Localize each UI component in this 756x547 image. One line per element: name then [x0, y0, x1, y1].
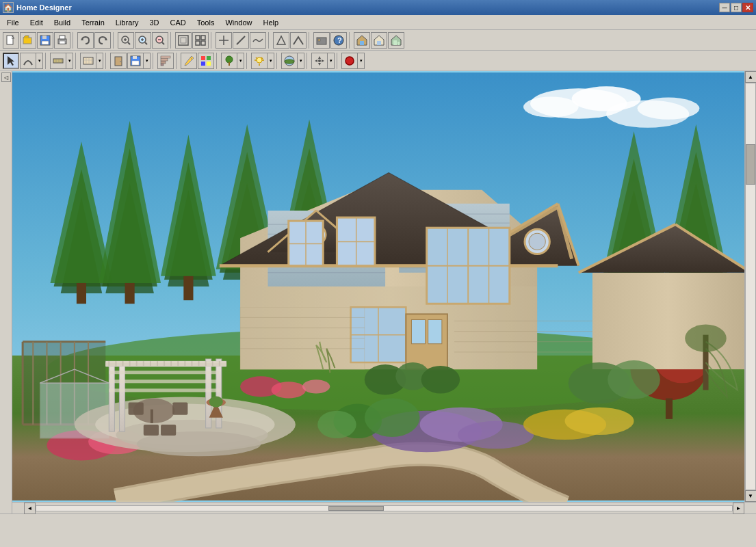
pencil-button[interactable] [181, 53, 197, 69]
left-panel-handle[interactable]: ◁ [1, 72, 11, 82]
scene-svg [12, 71, 744, 502]
minimize-button[interactable]: ─ [719, 3, 730, 12]
svg-point-82 [318, 59, 321, 62]
record-dropdown[interactable]: ▾ [358, 53, 365, 69]
menu-build[interactable]: Build [49, 17, 76, 28]
print-button[interactable] [54, 32, 70, 49]
terrain-dropdown[interactable]: ▾ [298, 53, 304, 69]
sep-4 [211, 32, 213, 49]
draw-arc-button[interactable] [20, 53, 36, 69]
scroll-v-track[interactable] [745, 83, 756, 490]
menu-window[interactable]: Window [220, 17, 257, 28]
light-button[interactable] [251, 53, 268, 69]
svg-point-124 [565, 408, 634, 435]
light-dropdown[interactable]: ▾ [268, 53, 274, 69]
title-bar-left: 🏠 Home Designer [3, 2, 72, 13]
svg-point-129 [317, 411, 356, 438]
menu-terrain[interactable]: Terrain [76, 17, 110, 28]
save2-button[interactable] [127, 53, 144, 69]
cross-button[interactable] [216, 32, 232, 49]
close-button[interactable]: ✕ [742, 3, 753, 12]
record-button[interactable] [341, 53, 358, 69]
svg-rect-65 [207, 56, 211, 60]
sep-3 [170, 32, 173, 49]
help-button[interactable]: ? [330, 32, 347, 49]
wave-button[interactable] [250, 32, 266, 49]
house-view3-button[interactable] [388, 32, 404, 49]
save-dropdown[interactable]: ▾ [144, 53, 151, 69]
toolbar1: ? [0, 30, 756, 51]
svg-point-259 [302, 379, 330, 393]
zoom-in-button[interactable] [118, 32, 134, 49]
wall-dropdown[interactable]: ▾ [66, 53, 73, 69]
svg-point-77 [285, 59, 294, 64]
svg-rect-252 [144, 425, 159, 436]
scroll-right-button[interactable]: ► [733, 503, 744, 514]
scroll-left-button[interactable]: ◄ [24, 503, 36, 514]
floor-button[interactable] [80, 53, 96, 69]
floor-dropdown[interactable]: ▾ [96, 53, 103, 69]
stairs-button[interactable] [157, 53, 174, 69]
draw-line-dropdown[interactable]: ▾ [36, 53, 43, 69]
svg-rect-97 [125, 283, 135, 304]
zoom-in2-button[interactable] [135, 32, 151, 49]
house-view1-button[interactable] [354, 32, 370, 49]
terrain-button[interactable] [281, 53, 298, 69]
canvas-area[interactable] [12, 71, 744, 502]
door-button[interactable] [110, 53, 127, 69]
zoom-out-button[interactable] [152, 32, 168, 49]
menu-cad[interactable]: CAD [164, 17, 191, 28]
svg-rect-26 [201, 41, 205, 45]
scroll-up-button[interactable]: ▲ [745, 71, 757, 83]
fit-sel-button[interactable] [192, 32, 209, 49]
new-button[interactable] [3, 32, 19, 49]
floor-group: ▾ [80, 53, 103, 69]
menu-library[interactable]: Library [110, 17, 144, 28]
redo-button[interactable] [94, 32, 111, 49]
svg-rect-64 [201, 56, 205, 60]
svg-marker-81 [322, 59, 324, 62]
save-button[interactable] [37, 32, 53, 49]
menu-edit[interactable]: Edit [25, 17, 49, 28]
plant-button[interactable] [221, 53, 237, 69]
menu-file[interactable]: File [1, 17, 25, 28]
svg-rect-227 [105, 362, 226, 366]
fit-page-button[interactable] [175, 32, 192, 49]
house-view2-button[interactable] [371, 32, 387, 49]
plant-group: ▾ [221, 53, 244, 69]
select-button[interactable] [3, 53, 19, 69]
svg-rect-250 [129, 403, 144, 415]
title-bar-controls: ─ □ ✕ [719, 3, 753, 12]
svg-rect-229 [109, 379, 220, 383]
peak-button[interactable] [290, 32, 307, 49]
light-group: ▾ [251, 53, 274, 69]
maximize-button[interactable]: □ [731, 3, 742, 12]
move-button[interactable] [311, 53, 328, 69]
scroll-h-thumb[interactable] [328, 506, 384, 511]
scroll-v-thumb[interactable] [746, 144, 755, 185]
menu-help[interactable]: Help [258, 17, 285, 28]
scroll-down-button[interactable]: ▼ [745, 490, 757, 502]
menu-tools[interactable]: Tools [192, 17, 220, 28]
wall-button[interactable] [50, 53, 66, 69]
app-icon: 🏠 [3, 2, 14, 13]
svg-rect-66 [201, 62, 205, 66]
diagonal-button[interactable] [233, 32, 249, 49]
material-button[interactable] [198, 53, 214, 69]
svg-rect-223 [206, 359, 211, 428]
menu-3d[interactable]: 3D [144, 17, 164, 28]
undo-button[interactable] [77, 32, 94, 49]
status-bar [0, 513, 756, 529]
scroll-h-track[interactable] [36, 505, 733, 511]
svg-rect-22 [181, 38, 186, 43]
move-group: ▾ [311, 53, 335, 69]
svg-rect-6 [60, 36, 65, 39]
svg-line-74 [256, 57, 257, 59]
move-dropdown[interactable]: ▾ [328, 53, 335, 69]
plant-dropdown[interactable]: ▾ [237, 53, 244, 69]
triangle-button[interactable] [273, 32, 289, 49]
import-button[interactable] [313, 32, 330, 49]
open-button[interactable] [20, 32, 36, 49]
svg-text:?: ? [337, 36, 342, 44]
terrain-group: ▾ [281, 53, 304, 69]
